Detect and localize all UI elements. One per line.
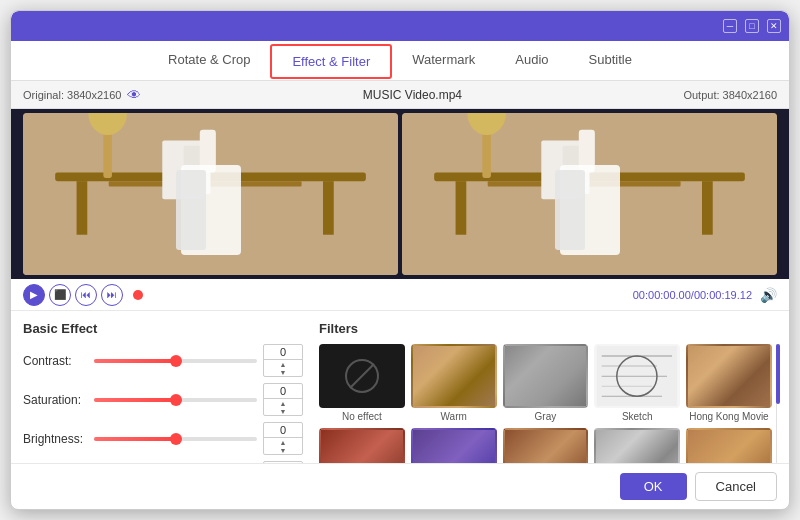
minimize-button[interactable]: ─ [723,19,737,33]
filter-label-sketch: Sketch [622,411,653,422]
contrast-up[interactable]: ▲ [264,360,302,368]
title-bar: ─ □ ✕ [11,11,789,41]
svg-rect-14 [488,181,681,186]
maximize-button[interactable]: □ [745,19,759,33]
main-content: Basic Effect Contrast: 0 ▲ ▼ [11,311,789,463]
svg-rect-2 [77,181,88,235]
saturation-slider[interactable] [94,398,257,402]
saturation-down[interactable]: ▼ [264,407,302,415]
bottom-bar: OK Cancel [11,463,789,509]
filter-r2[interactable] [319,428,405,463]
filters-panel: Filters No effect Warm [319,321,777,453]
brightness-value: 0 [264,423,302,438]
close-button[interactable]: ✕ [767,19,781,33]
filter-thumb-hk [686,344,772,408]
filter-r5[interactable] [594,428,680,463]
filename-label: MUSIC Video.mp4 [147,88,677,102]
brightness-slider[interactable] [94,437,257,441]
filter-thumb-gray [503,344,589,408]
brightness-up[interactable]: ▲ [264,438,302,446]
saturation-up[interactable]: ▲ [264,399,302,407]
filter-r3[interactable] [411,428,497,463]
filter-thumb-r6 [686,428,772,463]
filter-label-warm: Warm [441,411,467,422]
video-panel-left [23,113,398,275]
svg-rect-7 [200,130,216,173]
saturation-spinner[interactable]: 0 ▲ ▼ [263,383,303,416]
basic-effect-panel: Basic Effect Contrast: 0 ▲ ▼ [23,321,303,453]
original-resolution: Original: 3840x2160 [23,89,121,101]
svg-rect-12 [456,181,467,235]
scroll-indicator[interactable] [776,344,777,463]
scroll-thumb [776,344,780,404]
filter-label-gray: Gray [535,411,557,422]
contrast-label: Contrast: [23,354,88,368]
playback-controls: ▶ ⬛ ⏮ ⏭ 00:00:00.00/00:00:19.12 🔊 [11,279,789,311]
svg-rect-13 [702,181,713,235]
saturation-label: Saturation: [23,393,88,407]
ok-button[interactable]: OK [620,473,687,500]
filter-hk[interactable]: Hong Kong Movie [686,344,772,422]
tab-rotate[interactable]: Rotate & Crop [148,44,270,77]
filter-thumb-sketch [594,344,680,408]
filters-title: Filters [319,321,777,336]
saturation-row: Saturation: 0 ▲ ▼ [23,383,303,416]
saturation-value: 0 [264,384,302,399]
filter-thumb-r2 [319,428,405,463]
tab-bar: Rotate & Crop Effect & Filter Watermark … [11,41,789,81]
svg-rect-1 [55,173,366,182]
info-bar: Original: 3840x2160 👁 MUSIC Video.mp4 Ou… [11,81,789,109]
video-panel-right [402,113,777,275]
tab-audio[interactable]: Audio [495,44,568,77]
prev-button[interactable]: ⏮ [75,284,97,306]
filter-warm[interactable]: Warm [411,344,497,422]
output-resolution: Output: 3840x2160 [683,89,777,101]
eye-icon[interactable]: 👁 [127,87,141,103]
contrast-value: 0 [264,345,302,360]
svg-rect-11 [434,173,745,182]
cancel-button[interactable]: Cancel [695,472,777,501]
video-preview-left [23,113,398,275]
filter-thumb-r3 [411,428,497,463]
filter-label-no-effect: No effect [342,411,382,422]
tab-watermark[interactable]: Watermark [392,44,495,77]
contrast-slider[interactable] [94,359,257,363]
filter-thumb-r4 [503,428,589,463]
filters-area: No effect Warm Gray Sketch [319,344,777,463]
tab-effect[interactable]: Effect & Filter [270,44,392,79]
svg-rect-4 [109,181,302,186]
basic-effect-title: Basic Effect [23,321,303,336]
filter-gray[interactable]: Gray [503,344,589,422]
filter-thumb-no-effect [319,344,405,408]
filter-thumb-r5 [594,428,680,463]
filter-no-effect[interactable]: No effect [319,344,405,422]
contrast-spinner[interactable]: 0 ▲ ▼ [263,344,303,377]
filter-sketch[interactable]: Sketch [594,344,680,422]
volume-icon[interactable]: 🔊 [760,287,777,303]
video-area [11,109,789,279]
progress-indicator [133,290,143,300]
svg-rect-3 [323,181,334,235]
tab-subtitle[interactable]: Subtitle [569,44,652,77]
window-controls: ─ □ ✕ [723,19,781,33]
brightness-row: Brightness: 0 ▲ ▼ [23,422,303,455]
filter-r6[interactable] [686,428,772,463]
next-button[interactable]: ⏭ [101,284,123,306]
filter-r4[interactable] [503,428,589,463]
brightness-down[interactable]: ▼ [264,446,302,454]
time-display: 00:00:00.00/00:00:19.12 [633,289,752,301]
filter-label-hk: Hong Kong Movie [689,411,769,422]
filters-grid: No effect Warm Gray Sketch [319,344,772,463]
filter-thumb-warm [411,344,497,408]
contrast-row: Contrast: 0 ▲ ▼ [23,344,303,377]
brightness-label: Brightness: [23,432,88,446]
stop-button[interactable]: ⬛ [49,284,71,306]
brightness-spinner[interactable]: 0 ▲ ▼ [263,422,303,455]
video-preview-right [402,113,777,275]
svg-rect-17 [579,130,595,173]
play-button[interactable]: ▶ [23,284,45,306]
svg-line-21 [350,364,374,388]
contrast-down[interactable]: ▼ [264,368,302,376]
main-window: ─ □ ✕ Rotate & Crop Effect & Filter Wate… [10,10,790,510]
